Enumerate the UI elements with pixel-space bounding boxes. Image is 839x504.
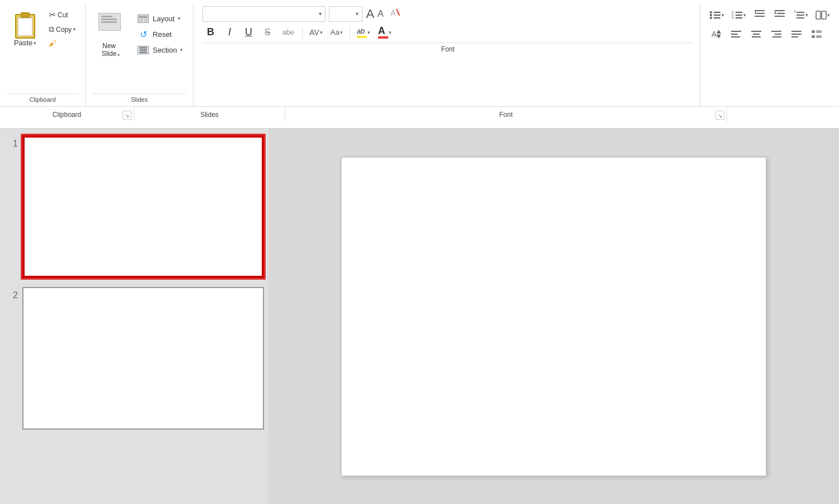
layout-icon-box: [138, 15, 149, 23]
font-row1: ▾ ▾ A A A: [202, 6, 693, 22]
slide-thumbnail-2[interactable]: [22, 287, 264, 430]
slide-commands: Layout ▾ ↺ Reset: [134, 9, 186, 57]
justify-button[interactable]: [788, 26, 805, 44]
reset-button[interactable]: ↺ Reset: [134, 27, 186, 41]
svg-rect-44: [816, 30, 822, 33]
clipboard-label: Clipboard: [7, 93, 78, 106]
svg-text:A: A: [711, 30, 717, 39]
slides-group-inner: NewSlide ▾: [92, 6, 186, 91]
svg-rect-19: [777, 13, 785, 14]
svg-marker-17: [755, 11, 756, 15]
svg-rect-7: [714, 17, 720, 18]
font-size-input[interactable]: ▾: [329, 6, 362, 22]
highlight-color-bar: [357, 36, 367, 38]
paste-button[interactable]: Paste ▾: [7, 6, 44, 49]
canvas-area: [268, 129, 839, 504]
italic-button[interactable]: I: [221, 25, 237, 40]
svg-rect-32: [731, 34, 738, 35]
slide-canvas[interactable]: [341, 157, 766, 476]
clipboard-clip-icon: [21, 12, 30, 18]
reset-icon-symbol: ↺: [140, 29, 147, 40]
svg-point-4: [710, 14, 712, 16]
font-size-dropdown[interactable]: ▾: [356, 11, 359, 17]
justify-icon: [790, 28, 803, 40]
font-color-icon: A: [378, 26, 388, 39]
slides-group: NewSlide ▾: [86, 3, 194, 106]
svg-rect-42: [791, 36, 798, 37]
align-left-icon: [730, 28, 742, 40]
highlight-button[interactable]: ab ▾: [355, 25, 373, 40]
numbered-list-button[interactable]: 1. 2. 3. ▾: [729, 7, 748, 23]
slide-entry-1: 1: [4, 135, 264, 278]
font-expand-button[interactable]: ↘: [715, 111, 724, 120]
svg-rect-33: [731, 36, 740, 37]
line-spacing-button[interactable]: ▾: [791, 7, 810, 23]
paragraph-label-cell: [727, 107, 839, 122]
layout-label: Layout: [153, 15, 175, 23]
svg-rect-22: [796, 12, 804, 13]
copy-label: Copy: [56, 26, 72, 34]
convert-smartart-icon: [810, 28, 823, 40]
case-label: Aa: [331, 28, 340, 36]
slides-label: Slides: [92, 93, 186, 106]
slide-entry-2: 2: [4, 287, 264, 430]
svg-rect-39: [772, 36, 781, 37]
indent-increase-button[interactable]: [771, 6, 789, 24]
align-left-button[interactable]: [727, 26, 745, 44]
slide-icon-wrapper: [98, 13, 123, 41]
font-name-input[interactable]: ▾: [202, 6, 326, 22]
svg-rect-27: [822, 11, 826, 19]
format-painter-button[interactable]: 🖌: [46, 37, 78, 49]
indent-decrease-button[interactable]: [751, 6, 769, 24]
char-spacing-arrow: ▾: [320, 30, 323, 35]
copy-button[interactable]: ⧉ Copy ▾: [46, 23, 78, 36]
section-button[interactable]: Section ▾: [134, 43, 186, 57]
section-row-3: [139, 51, 147, 53]
format-painter-icon: 🖌: [49, 39, 56, 48]
font-name-dropdown[interactable]: ▾: [319, 11, 322, 17]
new-slide-label: NewSlide: [102, 42, 117, 58]
section-arrow: ▾: [180, 47, 183, 53]
align-center-button[interactable]: [747, 26, 765, 44]
font-shrink-button[interactable]: A: [378, 9, 384, 19]
svg-rect-36: [752, 36, 761, 37]
paste-icon: [11, 8, 39, 39]
text-direction-button[interactable]: A: [707, 26, 725, 44]
copy-icon: ⧉: [49, 25, 54, 34]
paragraph-group: ▾ 1. 2. 3. ▾: [700, 3, 839, 106]
svg-rect-41: [791, 34, 802, 35]
cut-button[interactable]: ✂ Cut: [46, 8, 78, 22]
align-right-button[interactable]: [767, 26, 785, 44]
font-color-button[interactable]: A ▾: [376, 24, 394, 40]
clipboard-expand-button[interactable]: ↘: [122, 111, 131, 120]
underline-button[interactable]: U: [241, 25, 256, 40]
font-group-label-bottom: Font: [499, 111, 512, 119]
svg-rect-9: [736, 12, 742, 13]
line-spacing-arrow: ▾: [805, 12, 808, 18]
bullets-button[interactable]: ▾: [707, 7, 727, 23]
svg-rect-24: [796, 17, 804, 18]
columns-button[interactable]: ▾: [813, 7, 832, 23]
bold-button[interactable]: B: [202, 25, 218, 40]
layout-button[interactable]: Layout ▾: [134, 11, 186, 26]
clear-format-button[interactable]: A: [387, 6, 403, 22]
section-row-2: [139, 49, 147, 51]
font-grow-button[interactable]: A: [366, 7, 374, 21]
indent-increase-icon: [774, 7, 786, 20]
char-spacing-dropdown[interactable]: AV ▾: [307, 26, 325, 39]
strikethrough-button[interactable]: S: [260, 26, 275, 39]
new-slide-button[interactable]: NewSlide ▾: [92, 9, 129, 60]
layout-bl: [139, 19, 143, 22]
svg-text:3.: 3.: [732, 16, 734, 19]
slide-line-2: [101, 18, 117, 20]
small-caps-button[interactable]: abe: [279, 26, 298, 38]
align-right-icon: [770, 28, 783, 40]
bullets-icon: [709, 9, 722, 21]
font-group: ▾ ▾ A A A: [194, 3, 700, 106]
change-case-dropdown[interactable]: Aa ▾: [328, 26, 345, 38]
section-icon-box: [138, 46, 149, 54]
slide-thumbnail-1[interactable]: [22, 135, 264, 278]
font-color-arrow: ▾: [389, 30, 392, 35]
convert-smartart-button[interactable]: [808, 26, 826, 44]
svg-rect-31: [731, 31, 741, 32]
